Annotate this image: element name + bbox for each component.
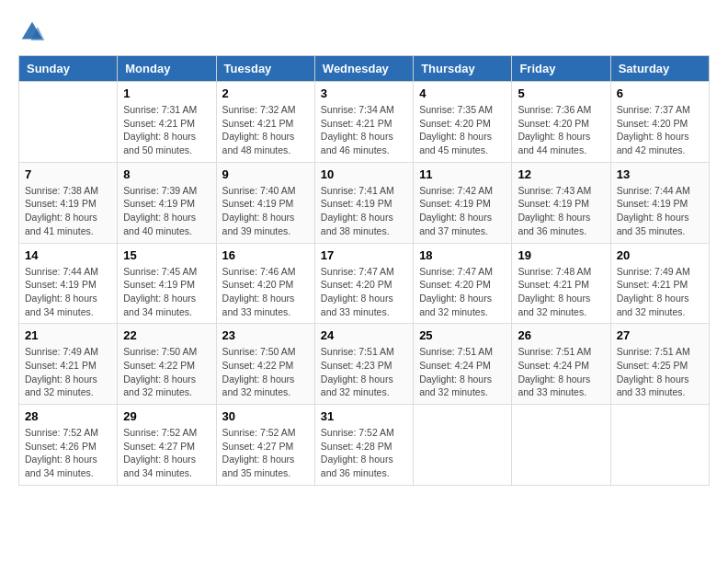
calendar-cell: 1Sunrise: 7:31 AM Sunset: 4:21 PM Daylig… <box>118 82 216 163</box>
calendar-cell: 18Sunrise: 7:47 AM Sunset: 4:20 PM Dayli… <box>414 243 512 324</box>
logo <box>18 18 50 46</box>
day-number: 23 <box>222 328 309 342</box>
day-info: Sunrise: 7:40 AM Sunset: 4:19 PM Dayligh… <box>222 184 309 238</box>
calendar-cell: 8Sunrise: 7:39 AM Sunset: 4:19 PM Daylig… <box>118 162 216 243</box>
day-info: Sunrise: 7:36 AM Sunset: 4:20 PM Dayligh… <box>518 103 604 157</box>
weekday-header-tuesday: Tuesday <box>216 56 314 82</box>
day-number: 13 <box>617 167 703 181</box>
day-number: 11 <box>419 167 506 181</box>
calendar-week-row: 1Sunrise: 7:31 AM Sunset: 4:21 PM Daylig… <box>19 82 710 163</box>
day-info: Sunrise: 7:49 AM Sunset: 4:21 PM Dayligh… <box>25 345 111 399</box>
day-info: Sunrise: 7:47 AM Sunset: 4:20 PM Dayligh… <box>321 265 407 319</box>
day-info: Sunrise: 7:52 AM Sunset: 4:28 PM Dayligh… <box>321 426 407 480</box>
day-info: Sunrise: 7:45 AM Sunset: 4:19 PM Dayligh… <box>123 265 210 319</box>
calendar-cell: 10Sunrise: 7:41 AM Sunset: 4:19 PM Dayli… <box>314 162 413 243</box>
calendar-cell: 31Sunrise: 7:52 AM Sunset: 4:28 PM Dayli… <box>314 405 413 486</box>
calendar-cell: 3Sunrise: 7:34 AM Sunset: 4:21 PM Daylig… <box>314 82 413 163</box>
day-info: Sunrise: 7:34 AM Sunset: 4:21 PM Dayligh… <box>321 103 407 157</box>
day-info: Sunrise: 7:51 AM Sunset: 4:23 PM Dayligh… <box>321 345 407 399</box>
day-number: 16 <box>222 248 309 262</box>
weekday-header-wednesday: Wednesday <box>314 56 413 82</box>
calendar-cell <box>19 82 118 163</box>
calendar-cell: 24Sunrise: 7:51 AM Sunset: 4:23 PM Dayli… <box>314 324 413 405</box>
day-info: Sunrise: 7:48 AM Sunset: 4:21 PM Dayligh… <box>518 265 604 319</box>
day-info: Sunrise: 7:42 AM Sunset: 4:19 PM Dayligh… <box>419 184 506 238</box>
day-info: Sunrise: 7:47 AM Sunset: 4:20 PM Dayligh… <box>419 265 506 319</box>
calendar-cell: 22Sunrise: 7:50 AM Sunset: 4:22 PM Dayli… <box>118 324 216 405</box>
calendar-week-row: 21Sunrise: 7:49 AM Sunset: 4:21 PM Dayli… <box>19 324 710 405</box>
day-number: 14 <box>25 248 111 262</box>
day-number: 24 <box>321 328 407 342</box>
weekday-header-thursday: Thursday <box>414 56 512 82</box>
calendar-cell: 30Sunrise: 7:52 AM Sunset: 4:27 PM Dayli… <box>216 405 314 486</box>
day-number: 21 <box>25 328 111 342</box>
calendar-cell: 12Sunrise: 7:43 AM Sunset: 4:19 PM Dayli… <box>512 162 610 243</box>
day-number: 2 <box>222 86 309 100</box>
day-info: Sunrise: 7:38 AM Sunset: 4:19 PM Dayligh… <box>25 184 111 238</box>
calendar-table: SundayMondayTuesdayWednesdayThursdayFrid… <box>18 55 710 486</box>
calendar-cell: 11Sunrise: 7:42 AM Sunset: 4:19 PM Dayli… <box>414 162 512 243</box>
calendar-cell: 2Sunrise: 7:32 AM Sunset: 4:21 PM Daylig… <box>216 82 314 163</box>
day-number: 6 <box>617 86 703 100</box>
day-number: 15 <box>123 248 210 262</box>
day-number: 27 <box>617 328 703 342</box>
day-info: Sunrise: 7:44 AM Sunset: 4:19 PM Dayligh… <box>25 265 111 319</box>
day-info: Sunrise: 7:31 AM Sunset: 4:21 PM Dayligh… <box>123 103 210 157</box>
day-number: 1 <box>123 86 210 100</box>
day-number: 9 <box>222 167 309 181</box>
day-info: Sunrise: 7:32 AM Sunset: 4:21 PM Dayligh… <box>222 103 309 157</box>
day-number: 17 <box>321 248 407 262</box>
day-info: Sunrise: 7:43 AM Sunset: 4:19 PM Dayligh… <box>518 184 604 238</box>
weekday-header-friday: Friday <box>512 56 610 82</box>
calendar-cell: 13Sunrise: 7:44 AM Sunset: 4:19 PM Dayli… <box>610 162 709 243</box>
calendar-cell: 5Sunrise: 7:36 AM Sunset: 4:20 PM Daylig… <box>512 82 610 163</box>
day-number: 22 <box>123 328 210 342</box>
logo-icon <box>18 18 46 46</box>
calendar-cell: 17Sunrise: 7:47 AM Sunset: 4:20 PM Dayli… <box>314 243 413 324</box>
day-number: 29 <box>123 409 210 423</box>
day-number: 4 <box>419 86 506 100</box>
day-info: Sunrise: 7:52 AM Sunset: 4:26 PM Dayligh… <box>25 426 111 480</box>
calendar-week-row: 7Sunrise: 7:38 AM Sunset: 4:19 PM Daylig… <box>19 162 710 243</box>
day-info: Sunrise: 7:49 AM Sunset: 4:21 PM Dayligh… <box>617 265 703 319</box>
day-number: 25 <box>419 328 506 342</box>
calendar-cell <box>610 405 709 486</box>
calendar-cell: 9Sunrise: 7:40 AM Sunset: 4:19 PM Daylig… <box>216 162 314 243</box>
calendar-cell: 26Sunrise: 7:51 AM Sunset: 4:24 PM Dayli… <box>512 324 610 405</box>
day-number: 10 <box>321 167 407 181</box>
day-info: Sunrise: 7:52 AM Sunset: 4:27 PM Dayligh… <box>123 426 210 480</box>
page-header <box>18 18 710 46</box>
day-number: 8 <box>123 167 210 181</box>
calendar-cell <box>512 405 610 486</box>
weekday-header-sunday: Sunday <box>19 56 118 82</box>
day-number: 12 <box>518 167 604 181</box>
weekday-header-saturday: Saturday <box>610 56 709 82</box>
calendar-cell: 7Sunrise: 7:38 AM Sunset: 4:19 PM Daylig… <box>19 162 118 243</box>
calendar-week-row: 14Sunrise: 7:44 AM Sunset: 4:19 PM Dayli… <box>19 243 710 324</box>
day-info: Sunrise: 7:52 AM Sunset: 4:27 PM Dayligh… <box>222 426 309 480</box>
day-number: 18 <box>419 248 506 262</box>
day-number: 19 <box>518 248 604 262</box>
day-number: 5 <box>518 86 604 100</box>
day-number: 7 <box>25 167 111 181</box>
day-info: Sunrise: 7:44 AM Sunset: 4:19 PM Dayligh… <box>617 184 703 238</box>
weekday-header-monday: Monday <box>118 56 216 82</box>
calendar-cell: 27Sunrise: 7:51 AM Sunset: 4:25 PM Dayli… <box>610 324 709 405</box>
day-info: Sunrise: 7:46 AM Sunset: 4:20 PM Dayligh… <box>222 265 309 319</box>
day-number: 28 <box>25 409 111 423</box>
day-number: 31 <box>321 409 407 423</box>
calendar-cell: 20Sunrise: 7:49 AM Sunset: 4:21 PM Dayli… <box>610 243 709 324</box>
day-info: Sunrise: 7:39 AM Sunset: 4:19 PM Dayligh… <box>123 184 210 238</box>
calendar-cell: 21Sunrise: 7:49 AM Sunset: 4:21 PM Dayli… <box>19 324 118 405</box>
calendar-cell: 14Sunrise: 7:44 AM Sunset: 4:19 PM Dayli… <box>19 243 118 324</box>
day-info: Sunrise: 7:51 AM Sunset: 4:25 PM Dayligh… <box>617 345 703 399</box>
calendar-week-row: 28Sunrise: 7:52 AM Sunset: 4:26 PM Dayli… <box>19 405 710 486</box>
calendar-cell: 29Sunrise: 7:52 AM Sunset: 4:27 PM Dayli… <box>118 405 216 486</box>
calendar-cell: 6Sunrise: 7:37 AM Sunset: 4:20 PM Daylig… <box>610 82 709 163</box>
calendar-cell: 28Sunrise: 7:52 AM Sunset: 4:26 PM Dayli… <box>19 405 118 486</box>
calendar-cell: 4Sunrise: 7:35 AM Sunset: 4:20 PM Daylig… <box>414 82 512 163</box>
day-number: 26 <box>518 328 604 342</box>
day-info: Sunrise: 7:51 AM Sunset: 4:24 PM Dayligh… <box>419 345 506 399</box>
day-info: Sunrise: 7:50 AM Sunset: 4:22 PM Dayligh… <box>222 345 309 399</box>
calendar-cell: 25Sunrise: 7:51 AM Sunset: 4:24 PM Dayli… <box>414 324 512 405</box>
